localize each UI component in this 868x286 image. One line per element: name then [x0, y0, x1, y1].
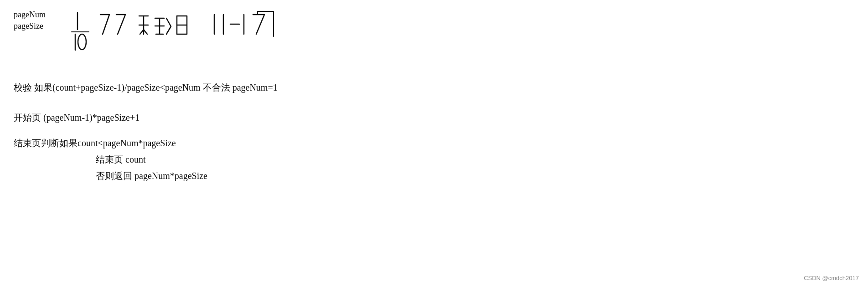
end-page-section: 结束页判断如果count<pageNum*pageSize 结束页 count … — [14, 135, 854, 184]
header-section: pageNum pageSize — [14, 9, 854, 61]
sketch-area — [50, 9, 460, 61]
end-page-line2: 结束页 count — [96, 151, 854, 168]
svg-point-0 — [78, 34, 86, 50]
pagesize-label: pageSize — [14, 20, 46, 32]
end-page-line1: 结束页判断如果count<pageNum*pageSize — [14, 135, 854, 151]
watermark-text: CSDN @cmdch2017 — [804, 275, 859, 281]
end-page-line3: 否则返回 pageNum*pageSize — [96, 168, 854, 184]
validation-text: 校验 如果(count+pageSize-1)/pageSize<pageNum… — [14, 79, 854, 96]
page-params: pageNum pageSize — [14, 9, 46, 32]
validation-section: 校验 如果(count+pageSize-1)/pageSize<pageNum… — [14, 79, 854, 96]
start-page-text: 开始页 (pageNum-1)*pageSize+1 — [14, 109, 854, 126]
end-page-sub: 结束页 count 否则返回 pageNum*pageSize — [14, 151, 854, 184]
main-content: pageNum pageSize — [0, 0, 868, 202]
watermark: CSDN @cmdch2017 — [804, 275, 859, 281]
pagenum-label: pageNum — [14, 9, 46, 20]
start-page-section: 开始页 (pageNum-1)*pageSize+1 — [14, 109, 854, 126]
